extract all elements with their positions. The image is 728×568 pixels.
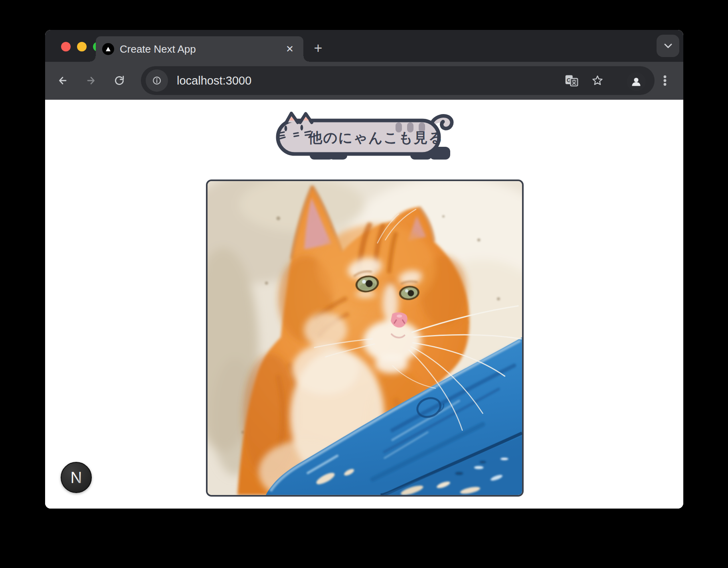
cat-button-label: 他のにゃんこも見る <box>308 130 444 145</box>
reload-icon <box>116 77 123 85</box>
close-icon[interactable]: ✕ <box>283 42 297 56</box>
url-text[interactable]: localhost:3000 <box>177 74 251 87</box>
browser-window: Create Next App ✕ + <box>45 30 683 509</box>
nextjs-favicon-icon <box>102 43 114 55</box>
translate-icon: G <box>566 75 578 86</box>
plus-icon: + <box>314 40 322 57</box>
cat-button-graphic: 他のにゃんこも見る <box>275 112 454 162</box>
close-window-button[interactable] <box>61 42 71 51</box>
nextjs-badge-letter: N <box>71 469 82 486</box>
reload-button[interactable] <box>112 73 127 88</box>
browser-toolbar: localhost:3000 G <box>45 62 683 100</box>
tab-strip: Create Next App ✕ + <box>45 30 683 62</box>
chevron-down-icon <box>663 43 673 49</box>
info-icon <box>150 74 163 87</box>
new-tab-button[interactable]: + <box>309 39 327 57</box>
browser-menu-button[interactable] <box>658 73 672 88</box>
kebab-menu-icon <box>664 75 667 86</box>
tab-title: Create Next App <box>120 43 283 55</box>
tab-search-button[interactable] <box>657 35 679 57</box>
person-icon <box>629 75 643 89</box>
profile-button[interactable] <box>627 72 646 91</box>
forward-button[interactable] <box>84 73 98 88</box>
bookmark-button[interactable] <box>590 73 605 88</box>
back-button[interactable] <box>55 73 70 88</box>
site-info-button[interactable] <box>146 69 168 92</box>
nextjs-devtools-badge[interactable]: N <box>61 462 92 493</box>
see-other-cats-button[interactable]: 他のにゃんこも見る <box>275 112 454 162</box>
page-content: 他のにゃんこも見る <box>45 100 683 509</box>
minimize-window-button[interactable] <box>77 42 87 51</box>
kitten-photo <box>206 179 524 497</box>
back-arrow-icon <box>60 77 66 84</box>
forward-arrow-icon <box>88 77 94 84</box>
translate-button[interactable]: G <box>564 73 579 88</box>
star-icon <box>593 76 602 85</box>
nextjs-n-icon: N <box>64 465 88 489</box>
tab-create-next-app[interactable]: Create Next App ✕ <box>96 36 303 62</box>
